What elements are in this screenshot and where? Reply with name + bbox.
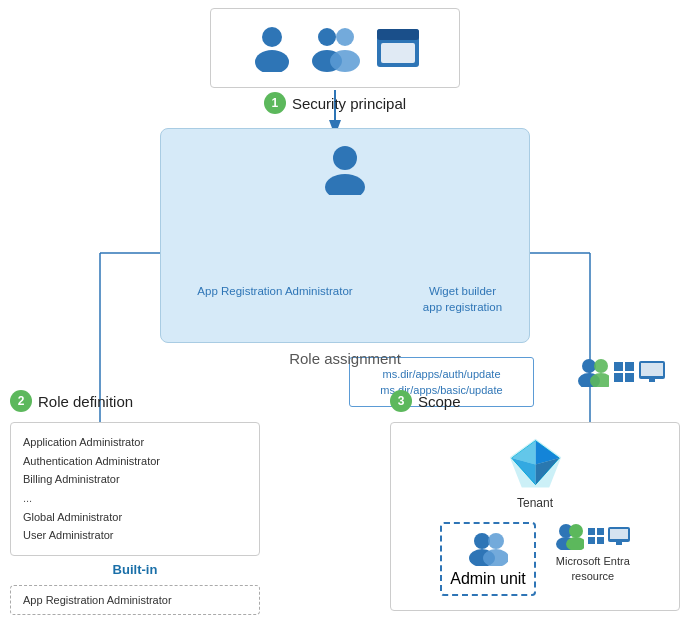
- tenant-label: Tenant: [517, 496, 553, 510]
- svg-rect-51: [616, 542, 622, 545]
- entra-person-icon: [556, 522, 584, 550]
- role-def-title: Role definition: [38, 393, 133, 410]
- svg-rect-27: [625, 373, 634, 382]
- svg-point-18: [333, 146, 357, 170]
- scope-inner-box: Tenant Admin unit: [390, 422, 680, 611]
- svg-point-43: [569, 524, 583, 538]
- custom-role-box: App Registration Administrator: [10, 585, 260, 615]
- svg-rect-17: [381, 43, 415, 63]
- svg-point-9: [262, 27, 282, 47]
- svg-rect-46: [597, 528, 604, 535]
- svg-point-11: [318, 28, 336, 46]
- widget-builder-icons: [576, 357, 666, 387]
- widget-builder-label: Admin unit Wiget builderapp registration: [405, 283, 520, 315]
- role-item-5: User Administrator: [23, 526, 247, 545]
- builtin-label: Built-in: [10, 562, 260, 577]
- svg-point-19: [325, 174, 365, 195]
- widget-person-icon: [577, 357, 609, 387]
- builtin-roles-box: Application Administrator Authentication…: [10, 422, 260, 556]
- badge-2: 2: [10, 390, 32, 412]
- svg-point-22: [594, 359, 608, 373]
- role-item-dots: ...: [23, 489, 247, 508]
- admin-unit-box: Admin unit: [440, 522, 536, 596]
- role-assignment-label: Role assignment: [160, 350, 530, 367]
- role-definition-section: 2 Role definition Application Administra…: [10, 390, 260, 619]
- diagram-container: 1 Security principal ms.dir/apps/auth/up…: [0, 0, 690, 619]
- svg-rect-48: [597, 537, 604, 544]
- svg-rect-30: [649, 379, 655, 382]
- svg-rect-50: [610, 529, 628, 539]
- role-def-header: 2 Role definition: [10, 390, 260, 412]
- svg-rect-16: [377, 29, 419, 40]
- svg-point-37: [474, 533, 490, 549]
- scope-title: Scope: [418, 393, 461, 410]
- role-item-3: Billing Administrator: [23, 470, 247, 489]
- svg-rect-25: [625, 362, 634, 371]
- app-icon: [377, 29, 419, 67]
- admin-unit-label: Admin unit: [450, 570, 526, 588]
- entra-grid-icon: [587, 527, 605, 545]
- admin-unit-icon: [468, 530, 508, 566]
- app-reg-admin-label: App Registration Administrator: [175, 285, 375, 297]
- widget-grid-icon: [613, 361, 635, 383]
- entra-monitor-icon: [608, 527, 630, 545]
- badge-3: 3: [390, 390, 412, 412]
- svg-point-20: [582, 359, 596, 373]
- security-principal-text: Security principal: [292, 95, 406, 112]
- security-principal-label: 1 Security principal: [210, 92, 460, 114]
- svg-point-14: [330, 50, 360, 72]
- svg-rect-24: [614, 362, 623, 371]
- person-icon-role: [319, 143, 371, 195]
- tenant-diamond-icon: [508, 437, 563, 492]
- permission-line-1: ms.dir/apps/auth/update: [382, 366, 500, 383]
- role-item-4: Global Administrator: [23, 508, 247, 527]
- badge-1: 1: [264, 92, 286, 114]
- svg-point-10: [255, 50, 289, 72]
- user-icon: [251, 24, 293, 72]
- svg-rect-47: [588, 537, 595, 544]
- widget-monitor-icon: [639, 361, 665, 383]
- role-item-1: Application Administrator: [23, 433, 247, 452]
- role-item-2: Authentication Administrator: [23, 452, 247, 471]
- scope-icons-row: Admin unit: [440, 522, 630, 596]
- ms-entra-label: Microsoft Entraresource: [556, 554, 630, 585]
- scope-header: 3 Scope: [390, 390, 680, 412]
- svg-point-13: [336, 28, 354, 46]
- svg-rect-26: [614, 373, 623, 382]
- svg-rect-29: [641, 363, 663, 376]
- svg-rect-45: [588, 528, 595, 535]
- group-icon: [309, 24, 361, 72]
- scope-section: 3 Scope Tenant: [390, 390, 680, 611]
- ms-entra-item: Microsoft Entraresource: [556, 522, 630, 585]
- svg-point-39: [488, 533, 504, 549]
- security-principal-box: [210, 8, 460, 88]
